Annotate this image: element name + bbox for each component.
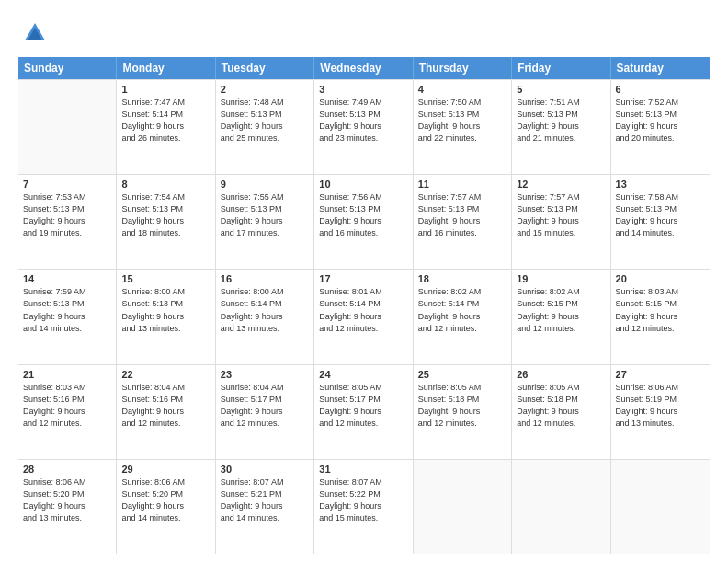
day-number: 26 xyxy=(517,369,605,380)
day-info: Sunrise: 8:02 AM Sunset: 5:14 PM Dayligh… xyxy=(418,286,506,334)
day-cell-empty-4-4 xyxy=(414,460,512,554)
day-cell-7: 7Sunrise: 7:53 AM Sunset: 5:13 PM Daylig… xyxy=(18,175,117,269)
day-cell-17: 17Sunrise: 8:01 AM Sunset: 5:14 PM Dayli… xyxy=(314,270,413,363)
day-info: Sunrise: 8:04 AM Sunset: 5:16 PM Dayligh… xyxy=(121,382,210,430)
day-cell-27: 27Sunrise: 8:06 AM Sunset: 5:19 PM Dayli… xyxy=(611,365,710,459)
day-number: 21 xyxy=(23,369,111,380)
weekday-header-friday: Friday xyxy=(512,57,610,79)
day-info: Sunrise: 8:05 AM Sunset: 5:17 PM Dayligh… xyxy=(319,382,407,430)
day-info: Sunrise: 8:06 AM Sunset: 5:20 PM Dayligh… xyxy=(23,477,111,524)
day-info: Sunrise: 8:06 AM Sunset: 5:19 PM Dayligh… xyxy=(616,382,705,430)
day-cell-28: 28Sunrise: 8:06 AM Sunset: 5:20 PM Dayli… xyxy=(18,460,117,554)
day-number: 22 xyxy=(121,369,210,380)
day-cell-31: 31Sunrise: 8:07 AM Sunset: 5:22 PM Dayli… xyxy=(314,460,413,554)
day-cell-5: 5Sunrise: 7:51 AM Sunset: 5:13 PM Daylig… xyxy=(512,80,610,174)
day-info: Sunrise: 7:53 AM Sunset: 5:13 PM Dayligh… xyxy=(23,191,111,239)
day-info: Sunrise: 7:57 AM Sunset: 5:13 PM Dayligh… xyxy=(418,191,506,239)
day-cell-15: 15Sunrise: 8:00 AM Sunset: 5:13 PM Dayli… xyxy=(117,270,215,363)
day-number: 15 xyxy=(121,273,210,284)
day-number: 16 xyxy=(221,273,309,284)
day-cell-14: 14Sunrise: 7:59 AM Sunset: 5:13 PM Dayli… xyxy=(18,270,117,363)
day-number: 13 xyxy=(616,178,705,190)
day-info: Sunrise: 7:54 AM Sunset: 5:13 PM Dayligh… xyxy=(121,191,210,239)
logo-icon xyxy=(22,20,48,46)
day-info: Sunrise: 8:07 AM Sunset: 5:22 PM Dayligh… xyxy=(319,477,407,524)
day-cell-1: 1Sunrise: 7:47 AM Sunset: 5:14 PM Daylig… xyxy=(117,80,215,174)
day-info: Sunrise: 8:00 AM Sunset: 5:14 PM Dayligh… xyxy=(221,286,309,334)
day-cell-12: 12Sunrise: 7:57 AM Sunset: 5:13 PM Dayli… xyxy=(512,175,610,269)
day-info: Sunrise: 7:57 AM Sunset: 5:13 PM Dayligh… xyxy=(517,191,605,239)
day-cell-empty-4-6 xyxy=(611,460,710,554)
day-info: Sunrise: 8:05 AM Sunset: 5:18 PM Dayligh… xyxy=(418,382,506,430)
day-info: Sunrise: 8:07 AM Sunset: 5:21 PM Dayligh… xyxy=(221,477,309,524)
calendar-header: SundayMondayTuesdayWednesdayThursdayFrid… xyxy=(18,57,710,79)
day-cell-6: 6Sunrise: 7:52 AM Sunset: 5:13 PM Daylig… xyxy=(611,80,710,174)
day-cell-30: 30Sunrise: 8:07 AM Sunset: 5:21 PM Dayli… xyxy=(216,460,314,554)
day-number: 17 xyxy=(319,273,407,284)
day-number: 1 xyxy=(121,84,210,95)
day-cell-10: 10Sunrise: 7:56 AM Sunset: 5:13 PM Dayli… xyxy=(314,175,413,269)
weekday-header-monday: Monday xyxy=(117,57,215,79)
day-number: 9 xyxy=(221,178,309,190)
day-info: Sunrise: 7:47 AM Sunset: 5:14 PM Dayligh… xyxy=(121,97,210,144)
day-number: 2 xyxy=(221,84,309,95)
day-cell-21: 21Sunrise: 8:03 AM Sunset: 5:16 PM Dayli… xyxy=(18,365,117,459)
day-cell-9: 9Sunrise: 7:55 AM Sunset: 5:13 PM Daylig… xyxy=(216,175,314,269)
day-info: Sunrise: 8:00 AM Sunset: 5:13 PM Dayligh… xyxy=(121,286,210,334)
day-number: 14 xyxy=(23,273,111,284)
calendar-row-2: 14Sunrise: 7:59 AM Sunset: 5:13 PM Dayli… xyxy=(18,270,710,364)
day-cell-empty-0-0 xyxy=(18,80,117,174)
day-cell-22: 22Sunrise: 8:04 AM Sunset: 5:16 PM Dayli… xyxy=(117,365,215,459)
calendar-row-0: 1Sunrise: 7:47 AM Sunset: 5:14 PM Daylig… xyxy=(18,80,710,175)
logo xyxy=(18,18,48,50)
day-number: 31 xyxy=(319,464,407,475)
day-number: 6 xyxy=(616,84,705,95)
day-number: 25 xyxy=(418,369,506,380)
day-info: Sunrise: 8:04 AM Sunset: 5:17 PM Dayligh… xyxy=(221,382,309,430)
day-cell-4: 4Sunrise: 7:50 AM Sunset: 5:13 PM Daylig… xyxy=(414,80,512,174)
weekday-header-tuesday: Tuesday xyxy=(216,57,314,79)
calendar-body: 1Sunrise: 7:47 AM Sunset: 5:14 PM Daylig… xyxy=(18,79,710,554)
day-cell-empty-4-5 xyxy=(512,460,610,554)
day-number: 12 xyxy=(517,178,605,190)
day-number: 28 xyxy=(23,464,111,475)
day-number: 29 xyxy=(121,464,210,475)
day-cell-24: 24Sunrise: 8:05 AM Sunset: 5:17 PM Dayli… xyxy=(314,365,413,459)
day-number: 30 xyxy=(221,464,309,475)
day-cell-16: 16Sunrise: 8:00 AM Sunset: 5:14 PM Dayli… xyxy=(216,270,314,363)
calendar-row-4: 28Sunrise: 8:06 AM Sunset: 5:20 PM Dayli… xyxy=(18,460,710,554)
day-info: Sunrise: 7:49 AM Sunset: 5:13 PM Dayligh… xyxy=(319,97,407,144)
day-cell-29: 29Sunrise: 8:06 AM Sunset: 5:20 PM Dayli… xyxy=(117,460,215,554)
day-info: Sunrise: 7:51 AM Sunset: 5:13 PM Dayligh… xyxy=(517,97,605,144)
day-number: 24 xyxy=(319,369,407,380)
day-number: 3 xyxy=(319,84,407,95)
day-cell-11: 11Sunrise: 7:57 AM Sunset: 5:13 PM Dayli… xyxy=(414,175,512,269)
day-number: 18 xyxy=(418,273,506,284)
day-info: Sunrise: 7:52 AM Sunset: 5:13 PM Dayligh… xyxy=(616,97,705,144)
day-cell-2: 2Sunrise: 7:48 AM Sunset: 5:13 PM Daylig… xyxy=(216,80,314,174)
weekday-header-thursday: Thursday xyxy=(414,57,512,79)
day-info: Sunrise: 7:48 AM Sunset: 5:13 PM Dayligh… xyxy=(221,97,309,144)
day-info: Sunrise: 8:03 AM Sunset: 5:15 PM Dayligh… xyxy=(616,286,705,334)
day-info: Sunrise: 8:02 AM Sunset: 5:15 PM Dayligh… xyxy=(517,286,605,334)
day-cell-26: 26Sunrise: 8:05 AM Sunset: 5:18 PM Dayli… xyxy=(512,365,610,459)
day-number: 19 xyxy=(517,273,605,284)
day-info: Sunrise: 8:01 AM Sunset: 5:14 PM Dayligh… xyxy=(319,286,407,334)
day-cell-20: 20Sunrise: 8:03 AM Sunset: 5:15 PM Dayli… xyxy=(611,270,710,363)
day-number: 4 xyxy=(418,84,506,95)
day-info: Sunrise: 8:06 AM Sunset: 5:20 PM Dayligh… xyxy=(121,477,210,524)
day-info: Sunrise: 7:58 AM Sunset: 5:13 PM Dayligh… xyxy=(616,191,705,239)
day-info: Sunrise: 8:05 AM Sunset: 5:18 PM Dayligh… xyxy=(517,382,605,430)
day-cell-23: 23Sunrise: 8:04 AM Sunset: 5:17 PM Dayli… xyxy=(216,365,314,459)
day-cell-25: 25Sunrise: 8:05 AM Sunset: 5:18 PM Dayli… xyxy=(414,365,512,459)
day-number: 20 xyxy=(616,273,705,284)
calendar-row-1: 7Sunrise: 7:53 AM Sunset: 5:13 PM Daylig… xyxy=(18,175,710,270)
day-cell-3: 3Sunrise: 7:49 AM Sunset: 5:13 PM Daylig… xyxy=(314,80,413,174)
day-info: Sunrise: 7:59 AM Sunset: 5:13 PM Dayligh… xyxy=(23,286,111,334)
day-number: 8 xyxy=(121,178,210,190)
day-info: Sunrise: 8:03 AM Sunset: 5:16 PM Dayligh… xyxy=(23,382,111,430)
day-info: Sunrise: 7:56 AM Sunset: 5:13 PM Dayligh… xyxy=(319,191,407,239)
weekday-header-wednesday: Wednesday xyxy=(314,57,413,79)
day-number: 11 xyxy=(418,178,506,190)
day-info: Sunrise: 7:50 AM Sunset: 5:13 PM Dayligh… xyxy=(418,97,506,144)
